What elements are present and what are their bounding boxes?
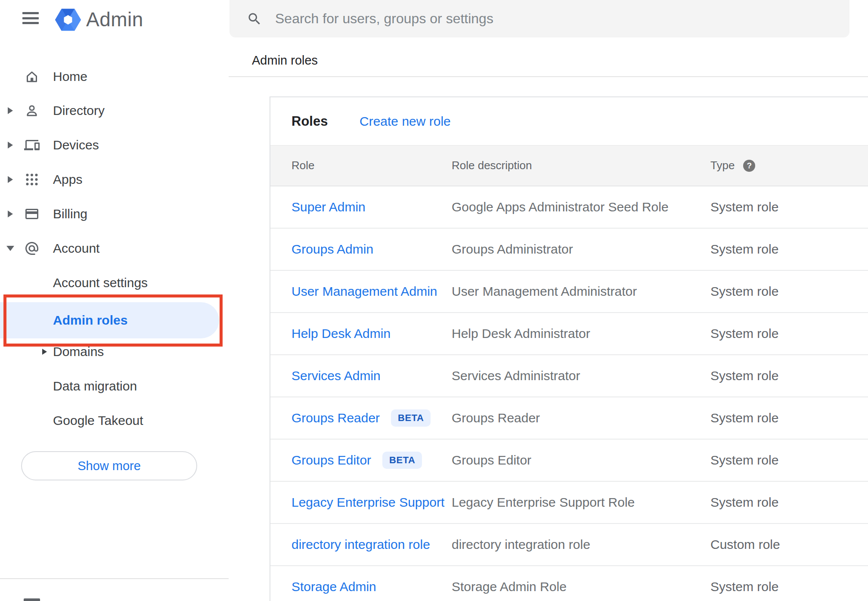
- role-link[interactable]: Help Desk Admin: [291, 326, 391, 341]
- sidebar-item-account[interactable]: Account: [0, 231, 229, 266]
- help-icon[interactable]: ?: [743, 160, 755, 172]
- show-more-button[interactable]: Show more: [21, 451, 197, 480]
- sidebar-item-apps[interactable]: Apps: [0, 162, 229, 197]
- role-description: User Management Administrator: [452, 284, 637, 299]
- sidebar-item-label: Account settings: [53, 276, 148, 290]
- home-icon: [24, 69, 40, 84]
- role-type: Custom role: [710, 537, 780, 552]
- column-header-description: Role description: [452, 159, 532, 172]
- create-new-role-link[interactable]: Create new role: [360, 114, 451, 129]
- table-row: Services Admin Services Administrator Sy…: [270, 355, 868, 397]
- role-type: System role: [710, 411, 778, 425]
- sidebar-item-home[interactable]: Home: [0, 59, 229, 94]
- role-type: System role: [710, 495, 778, 510]
- role-description: Google Apps Administrator Seed Role: [452, 200, 669, 214]
- role-description: Help Desk Administrator: [452, 326, 590, 341]
- role-description: Groups Reader: [452, 411, 540, 425]
- beta-badge: BETA: [391, 409, 431, 427]
- roles-table-header: Role Role description Type ?: [270, 145, 868, 186]
- role-link[interactable]: Legacy Enterprise Support: [291, 495, 444, 510]
- sidebar-item-label: Directory: [53, 103, 105, 118]
- sidebar-divider: [0, 578, 229, 579]
- role-type: System role: [710, 284, 778, 299]
- role-description: Groups Administrator: [452, 242, 573, 257]
- sidebar-item-label: Apps: [53, 172, 82, 187]
- admin-logo-icon: [55, 8, 81, 32]
- apps-icon: [24, 172, 40, 187]
- roles-table-body: Super Admin Google Apps Administrator Se…: [270, 186, 868, 601]
- chevron-down-icon: [6, 246, 14, 251]
- billing-icon: [24, 206, 40, 222]
- table-row: Help Desk Admin Help Desk Administrator …: [270, 313, 868, 355]
- role-link[interactable]: Groups Admin: [291, 242, 373, 257]
- column-header-role: Role: [291, 159, 314, 172]
- table-row: User Management Admin User Management Ad…: [270, 271, 868, 313]
- sidebar-item-directory[interactable]: Directory: [0, 93, 229, 128]
- header-divider: [229, 76, 868, 77]
- sidebar-item-label: Devices: [53, 138, 99, 152]
- role-description: directory integration role: [452, 537, 590, 552]
- sidebar-item-label: Admin roles: [53, 313, 127, 328]
- role-type: System role: [710, 453, 778, 468]
- role-description: Groups Editor: [452, 453, 531, 468]
- devices-icon: [24, 137, 40, 153]
- role-type: System role: [710, 200, 778, 214]
- role-type: System role: [710, 579, 778, 594]
- sidebar-item-label: Google Takeout: [53, 413, 143, 428]
- table-row: directory integration role directory int…: [270, 524, 868, 566]
- roles-panel: Roles Create new role Role Role descript…: [270, 96, 868, 601]
- role-type: System role: [710, 369, 778, 383]
- account-icon: [24, 241, 40, 256]
- chevron-right-icon: [8, 142, 13, 149]
- search-input[interactable]: [274, 10, 837, 27]
- sidebar-item-google-takeout[interactable]: Google Takeout: [0, 403, 229, 438]
- search-bar: [229, 0, 849, 37]
- breadcrumb: Admin roles: [252, 51, 318, 69]
- chevron-right-icon: [42, 349, 47, 355]
- sidebar-item-domains[interactable]: Domains: [0, 335, 229, 369]
- directory-icon: [24, 103, 40, 118]
- clipped-sidebar-icon: [24, 598, 40, 601]
- chevron-right-icon: [8, 107, 13, 114]
- chevron-right-icon: [8, 211, 13, 217]
- role-link[interactable]: directory integration role: [291, 537, 430, 552]
- beta-badge: BETA: [382, 452, 422, 469]
- app-title: Admin: [86, 0, 143, 39]
- sidebar: Admin Home Directory: [0, 0, 229, 601]
- column-header-type: Type: [710, 159, 735, 172]
- role-description: Storage Admin Role: [452, 579, 567, 594]
- sidebar-item-account-settings[interactable]: Account settings: [0, 266, 229, 300]
- role-link[interactable]: Groups Reader: [291, 411, 380, 425]
- panel-title: Roles: [291, 114, 328, 129]
- role-link[interactable]: Super Admin: [291, 200, 366, 214]
- role-type: System role: [710, 242, 778, 257]
- sidebar-item-admin-roles[interactable]: Admin roles: [0, 302, 229, 338]
- table-row: Storage Admin Storage Admin Role System …: [270, 566, 868, 601]
- sidebar-item-label: Domains: [53, 344, 104, 359]
- role-link[interactable]: Groups Editor: [291, 453, 371, 468]
- sidebar-item-label: Data migration: [53, 379, 137, 393]
- sidebar-item-label: Billing: [53, 207, 87, 221]
- admin-console-screen: Admin Home Directory: [0, 0, 868, 601]
- role-link[interactable]: Services Admin: [291, 369, 381, 383]
- sidebar-item-label: Account: [53, 241, 99, 256]
- role-link[interactable]: User Management Admin: [291, 284, 437, 299]
- table-row: Legacy Enterprise Support Legacy Enterpr…: [270, 482, 868, 524]
- hamburger-menu-icon[interactable]: [22, 12, 39, 24]
- sidebar-item-billing[interactable]: Billing: [0, 197, 229, 231]
- table-row: Groups Reader BETA Groups Reader System …: [270, 397, 868, 440]
- role-link[interactable]: Storage Admin: [291, 579, 376, 594]
- table-row: Super Admin Google Apps Administrator Se…: [270, 186, 868, 229]
- role-type: System role: [710, 326, 778, 341]
- chevron-right-icon: [8, 176, 13, 183]
- table-row: Groups Admin Groups Administrator System…: [270, 229, 868, 271]
- sidebar-item-devices[interactable]: Devices: [0, 128, 229, 162]
- table-row: Groups Editor BETA Groups Editor System …: [270, 440, 868, 482]
- role-description: Legacy Enterprise Support Role: [452, 495, 635, 510]
- search-icon: [247, 11, 262, 27]
- role-description: Services Administrator: [452, 369, 580, 383]
- roles-panel-header: Roles Create new role: [270, 97, 868, 145]
- sidebar-item-label: Home: [53, 69, 87, 84]
- sidebar-item-data-migration[interactable]: Data migration: [0, 369, 229, 403]
